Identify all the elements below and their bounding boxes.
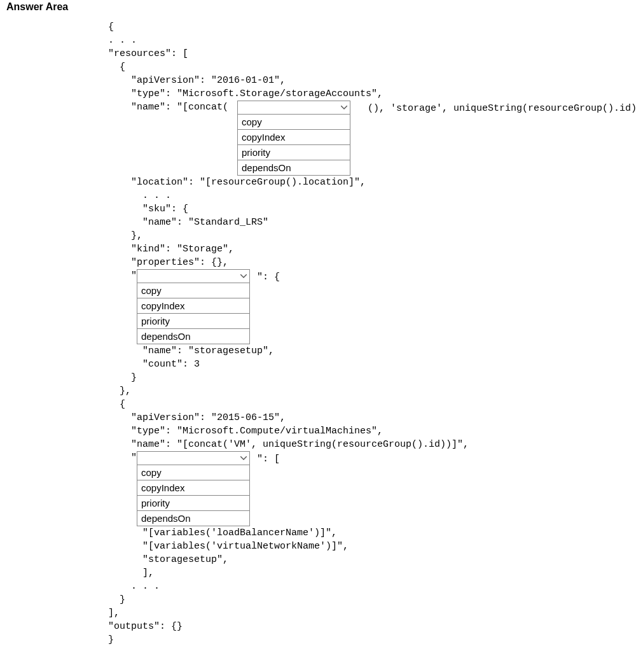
code-line-with-dropdown: "copycopyIndexprioritydependsOn ": [: [108, 451, 280, 526]
chevron-down-icon: [240, 274, 247, 278]
code-line: . . .: [108, 189, 630, 202]
code-line: "[variables('loadBalancerName')]",: [108, 526, 630, 540]
code-line: }: [108, 633, 630, 647]
dropdown-3-option-copy[interactable]: copy: [137, 465, 250, 480]
dropdown-1-option-priority[interactable]: priority: [237, 145, 350, 160]
dropdown-3-option-dependson[interactable]: dependsOn: [137, 511, 250, 526]
dropdown-1-option-dependson[interactable]: dependsOn: [237, 160, 350, 176]
code-line: "sku": {: [108, 202, 630, 216]
code-line: ],: [108, 566, 630, 580]
code-line: "resources": [: [108, 47, 630, 60]
dropdown-2-option-priority[interactable]: priority: [137, 314, 250, 329]
code-line: "kind": "Storage",: [108, 242, 630, 256]
code-line-with-dropdown: "copycopyIndexprioritydependsOn ": {: [108, 269, 280, 344]
code-block: {. . ."resources": [ { "apiVersion": "20…: [6, 20, 630, 647]
dropdown-2-option-copyindex[interactable]: copyIndex: [137, 298, 250, 314]
dropdown-1-option-copy[interactable]: copy: [237, 115, 350, 130]
code-line: },: [108, 229, 630, 242]
code-fragment: ": {: [250, 269, 280, 284]
code-line: . . .: [108, 580, 630, 593]
code-line: "outputs": {}: [108, 620, 630, 633]
code-line: "count": 3: [108, 358, 630, 371]
dropdown-1-group: copycopyIndexprioritydependsOn: [237, 101, 350, 176]
dropdown-3-option-copyindex[interactable]: copyIndex: [137, 480, 250, 496]
code-line: "type": "Microsoft.Storage/storageAccoun…: [108, 87, 630, 101]
code-fragment: "name": "[concat(: [108, 101, 228, 114]
page-title: Answer Area: [6, 1, 630, 13]
code-fragment: ": [: [250, 451, 280, 466]
dropdown-3-group: copycopyIndexprioritydependsOn: [137, 451, 250, 526]
code-fragment: ": [108, 451, 137, 465]
dropdown-3-option-priority[interactable]: priority: [137, 496, 250, 511]
code-line: "location": "[resourceGroup().location]"…: [108, 176, 630, 189]
code-line: {: [108, 60, 630, 74]
code-line: },: [108, 384, 630, 398]
code-line: "[variables('virtualNetworkName')]",: [108, 540, 630, 553]
code-fragment: ": [108, 269, 137, 283]
dropdown-3-select[interactable]: [137, 451, 250, 465]
code-line-with-dropdown: "name": "[concat(copycopyIndexpriorityde…: [108, 101, 636, 176]
dropdown-2-select[interactable]: [137, 269, 250, 283]
dropdown-1-option-copyindex[interactable]: copyIndex: [237, 130, 350, 145]
chevron-down-icon: [341, 106, 347, 109]
code-line: "name": "[concat('VM', uniqueString(reso…: [108, 438, 630, 451]
code-line: . . .: [108, 34, 630, 47]
code-line: "storagesetup",: [108, 553, 630, 566]
code-line: "name": "Standard_LRS": [108, 216, 630, 229]
dropdown-2-group: copycopyIndexprioritydependsOn: [137, 269, 250, 344]
code-line: "type": "Microsoft.Compute/virtualMachin…: [108, 424, 630, 438]
code-line: "apiVersion": "2015-06-15",: [108, 411, 630, 424]
code-fragment: (), 'storage', uniqueString(resourceGrou…: [350, 101, 636, 115]
code-line: {: [108, 398, 630, 411]
dropdown-2-option-copy[interactable]: copy: [137, 283, 250, 298]
code-line: "apiVersion": "2016-01-01",: [108, 74, 630, 87]
code-line: {: [108, 20, 630, 34]
dropdown-1-select[interactable]: [237, 101, 350, 115]
code-line: "name": "storagesetup",: [108, 344, 630, 358]
chevron-down-icon: [240, 456, 247, 460]
code-line: }: [108, 593, 630, 606]
code-line: ],: [108, 606, 630, 620]
code-line: }: [108, 371, 630, 384]
dropdown-2-option-dependson[interactable]: dependsOn: [137, 329, 250, 344]
code-line: "properties": {},: [108, 256, 630, 269]
